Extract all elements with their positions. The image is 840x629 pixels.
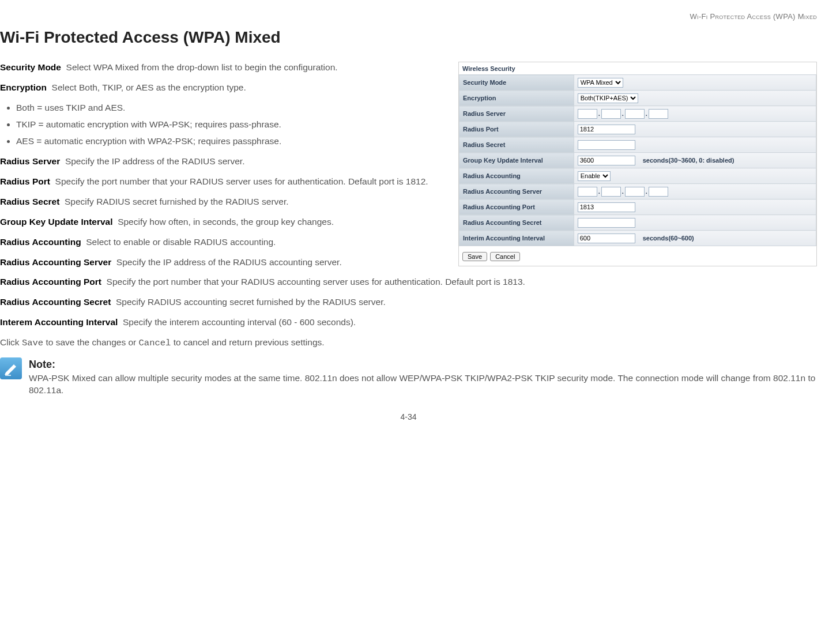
page-title: Wi-Fi Protected Access (WPA) Mixed [0, 27, 817, 48]
row-label-gkui: Group Key Update Interval [459, 153, 574, 168]
note-pencil-icon [0, 357, 22, 379]
racct-port-input[interactable] [578, 202, 635, 212]
row-label-iai: Interim Accounting Interval [459, 231, 574, 246]
note-title: Note: [29, 357, 817, 371]
radius-server-oct3[interactable] [625, 109, 645, 119]
racct-select[interactable]: Enable [578, 171, 611, 181]
figure-save-button[interactable]: Save [462, 252, 487, 261]
note-body: WPA-PSK Mixed can allow multiple securit… [29, 372, 817, 397]
header-breadcrumb: Wi-Fi Protected Access (WPA) Mixed [0, 12, 817, 22]
radius-server-oct4[interactable] [649, 109, 668, 119]
radius-server-oct2[interactable] [601, 109, 621, 119]
row-label-racct-port: Radius Accounting Port [459, 199, 574, 215]
row-label-radius-secret: Radius Secret [459, 137, 574, 153]
row-label-encryption: Encryption [459, 91, 574, 106]
figure-cancel-button[interactable]: Cancel [490, 252, 520, 261]
radius-port-input[interactable] [578, 125, 635, 134]
page-number: 4-34 [0, 412, 817, 423]
para-interem: Interem Accounting Interval Specify the … [0, 317, 817, 329]
encryption-select[interactable]: Both(TKIP+AES) [578, 93, 638, 103]
note-block: Note: WPA-PSK Mixed can allow multiple s… [0, 357, 817, 397]
para-racct-secret: Radius Accounting Secret Specify RADIUS … [0, 296, 817, 308]
row-label-racct: Radius Accounting [459, 168, 574, 184]
radius-secret-input[interactable] [578, 140, 635, 150]
gkui-hint: seconds(30~3600, 0: disabled) [643, 157, 734, 164]
radius-server-oct1[interactable] [578, 109, 597, 119]
row-label-security-mode: Security Mode [459, 75, 574, 91]
racct-server-oct3[interactable] [625, 187, 645, 197]
para-save-cancel: Click Save to save the changes or Cancel… [0, 337, 817, 349]
iai-hint: seconds(60~600) [643, 235, 694, 242]
figure-section-title: Wireless Security [459, 62, 816, 74]
row-label-racct-secret: Radius Accounting Secret [459, 215, 574, 231]
row-label-radius-port: Radius Port [459, 122, 574, 137]
row-label-racct-server: Radius Accounting Server [459, 184, 574, 199]
racct-server-field: ... [574, 184, 816, 199]
wireless-security-screenshot: Wireless Security Security Mode WPA Mixe… [458, 62, 817, 266]
gkui-input[interactable] [578, 156, 635, 165]
iai-input[interactable] [578, 233, 635, 243]
racct-server-oct4[interactable] [649, 187, 668, 197]
radius-server-field: ... [574, 106, 816, 122]
racct-secret-input[interactable] [578, 218, 635, 228]
racct-server-oct2[interactable] [601, 187, 621, 197]
row-label-radius-server: Radius Server [459, 106, 574, 122]
security-mode-select[interactable]: WPA Mixed [578, 78, 623, 88]
svg-marker-0 [5, 364, 16, 375]
racct-server-oct1[interactable] [578, 187, 597, 197]
para-racct-port: Radius Accounting Port Specify the port … [0, 276, 817, 288]
